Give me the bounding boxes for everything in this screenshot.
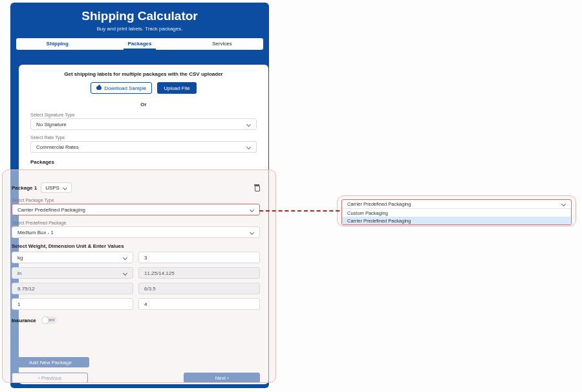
chevron-down-icon	[63, 186, 67, 190]
signature-type-select[interactable]: No Signature	[30, 118, 257, 130]
tab-shipping[interactable]: Shipping	[16, 38, 98, 50]
length-value: 11.25/14.125	[144, 270, 175, 276]
upload-file-button[interactable]: Upload File	[157, 82, 196, 94]
weight-unit-select[interactable]: kg	[12, 252, 133, 263]
predefined-package-label: Select Predefined Package	[12, 221, 260, 225]
carrier-value: USPS	[45, 185, 59, 191]
insurance-toggle[interactable]: OFF	[41, 316, 57, 324]
quantity-a-input[interactable]: 1	[12, 298, 133, 310]
delete-package-icon[interactable]	[253, 184, 260, 191]
rate-type-label: Select Rate Type	[30, 135, 268, 140]
download-sample-button[interactable]: Download Sample	[91, 82, 152, 94]
dropdown-option-custom[interactable]: Custom Packaging	[342, 209, 571, 217]
carrier-select[interactable]: USPS	[41, 182, 72, 193]
footer-buttons: Add New Package Previous Next	[12, 355, 260, 384]
quantity-a-value: 1	[17, 301, 20, 307]
csv-button-row: Download Sample Upload File	[19, 82, 268, 94]
previous-label: Previous	[41, 375, 61, 381]
next-button[interactable]: Next	[184, 373, 260, 383]
chevron-down-icon	[246, 122, 251, 127]
rate-type-value: Commercial Rates	[36, 144, 79, 150]
callout-arrow-line	[259, 210, 346, 212]
previous-button[interactable]: Previous	[12, 373, 88, 383]
predefined-package-value: Medium Box - 1	[17, 230, 54, 235]
predefined-package-select[interactable]: Medium Box - 1	[12, 226, 260, 238]
chevron-down-icon	[123, 256, 127, 260]
insurance-row: Insurance OFF	[12, 316, 260, 324]
chevron-down-icon	[246, 145, 251, 149]
insurance-label: Insurance	[12, 318, 36, 323]
rate-type-select[interactable]: Commercial Rates	[30, 141, 257, 153]
package-type-select[interactable]: Carrier Predefined Packaging	[12, 204, 260, 215]
packages-section-label: Packages	[30, 159, 268, 165]
dimension-unit-select[interactable]: in	[12, 267, 133, 279]
package-type-dropdown-open: Carrier Predefined Packaging Custom Pack…	[341, 199, 572, 225]
weight-value: 3	[144, 255, 147, 261]
dimension-unit-value: in	[17, 270, 21, 276]
width-value: 8.75/12	[17, 286, 35, 292]
weight-unit-value: kg	[17, 255, 23, 261]
page-subtitle: Buy and print labels. Track packages.	[10, 23, 269, 32]
signature-type-value: No Signature	[36, 122, 67, 127]
nav-row: Previous Next	[12, 373, 260, 383]
tab-bar: Shipping Packages Services	[16, 38, 263, 50]
toggle-knob-icon	[42, 317, 48, 323]
package-type-label: Select Package Type	[12, 198, 260, 202]
chevron-right-icon	[227, 375, 229, 381]
page-title: Shipping Calculator	[10, 3, 269, 23]
signature-type-label: Select Signature Type	[30, 113, 268, 117]
cloud-download-icon	[96, 86, 102, 90]
add-new-package-button[interactable]: Add New Package	[12, 357, 89, 367]
width-input[interactable]: 8.75/12	[12, 283, 133, 294]
weight-dim-label: Select Weight, Dimension Unit & Enter Va…	[12, 243, 260, 249]
quantity-b-value: 4	[144, 301, 147, 307]
package-title: Package 1	[12, 185, 37, 191]
weight-input[interactable]: 3	[138, 252, 260, 263]
tab-services[interactable]: Services	[181, 38, 263, 50]
length-input[interactable]: 11.25/14.125	[138, 267, 260, 279]
chevron-left-icon	[38, 375, 40, 381]
package-type-value: Carrier Predefined Packaging	[17, 207, 85, 213]
chevron-down-icon	[561, 202, 566, 206]
dropdown-current-value: Carrier Predefined Packaging	[347, 201, 411, 207]
next-label: Next	[215, 375, 225, 381]
dropdown-option-carrier-predefined[interactable]: Carrier Predefined Packaging	[342, 217, 571, 224]
chevron-down-icon	[123, 271, 127, 276]
package-form: Package 1 USPS Select Package Type Carri…	[12, 182, 260, 324]
tab-packages[interactable]: Packages	[98, 38, 180, 50]
height-input[interactable]: 6/3.5	[138, 283, 260, 294]
dropdown-current[interactable]: Carrier Predefined Packaging	[342, 200, 571, 209]
height-value: 6/3.5	[144, 286, 156, 292]
chevron-down-icon	[250, 230, 254, 235]
package-header: Package 1 USPS	[12, 182, 260, 193]
chevron-down-icon	[250, 208, 254, 212]
download-sample-label: Download Sample	[104, 85, 146, 91]
quantity-b-input[interactable]: 4	[138, 298, 260, 310]
csv-info-text: Get shipping labels for multiple package…	[19, 71, 268, 77]
or-divider: Or	[19, 102, 268, 107]
